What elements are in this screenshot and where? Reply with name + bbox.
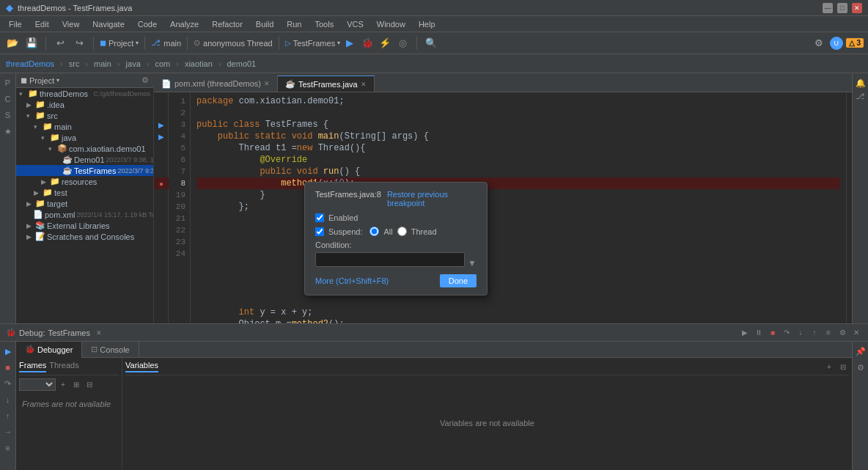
profile-button[interactable]: ◎ [394,35,411,51]
frames-copy-btn[interactable]: ⊟ [84,379,95,391]
more-link[interactable]: More (Ctrl+Shift+F8) [315,276,389,285]
right-scrollbar[interactable] [846,92,852,323]
project-panel-icon[interactable]: P [1,76,15,89]
tab-debugger[interactable]: 🐞 Debugger [16,342,82,358]
save-btn[interactable]: 💾 [23,35,40,51]
maximize-button[interactable]: □ [837,3,847,13]
gutter-8[interactable]: ● [154,177,169,189]
debug-step-over-btn[interactable]: ↷ [781,327,792,339]
settings-btn[interactable]: ⚙ [811,35,827,51]
frames-filter-btn[interactable]: ⊞ [70,379,82,391]
variables-tab[interactable]: Variables [125,361,158,372]
frames-add-btn[interactable]: + [57,379,69,391]
redo-btn[interactable]: ↪ [71,35,87,51]
debug-right-settings-icon[interactable]: ⚙ [854,361,867,374]
tree-item-resources[interactable]: ▶ 📁 resources [16,176,153,187]
suspend-checkbox[interactable] [315,227,324,236]
done-button[interactable]: Done [440,274,477,287]
debug-close-btn[interactable]: ✕ [850,327,862,339]
debug-step-into-btn[interactable]: ↓ [795,327,806,339]
tab-console[interactable]: ⊡ Console [82,342,139,358]
frames-filter-select[interactable] [19,378,56,391]
debug-evaluate-side-icon[interactable]: ≡ [1,441,15,455]
restore-breakpoint-link[interactable]: Restore previous breakpoint [387,190,477,208]
thread-label[interactable]: Thread [411,227,437,236]
tree-item-test[interactable]: ▶ 📁 test [16,187,153,198]
menu-file[interactable]: File [3,18,28,30]
testframes-tab-close[interactable]: ✕ [361,81,367,88]
search-everywhere-btn[interactable]: 🔍 [423,35,439,51]
gutter-3[interactable]: ▶ [154,119,169,131]
threads-tab[interactable]: Threads [49,361,78,372]
breadcrumb-main[interactable]: main [94,59,111,68]
tree-item-java[interactable]: ▾ 📁 java [16,132,153,143]
debug-out-side-icon[interactable]: ↑ [1,409,15,422]
menu-view[interactable]: View [56,18,86,30]
debug-run-button[interactable]: 🐞 [359,35,375,51]
tab-testframes-java[interactable]: ☕ TestFrames.java ✕ [278,76,375,92]
code-editor[interactable]: package com.xiaotian.demo01; public clas… [191,92,846,323]
menu-window[interactable]: Window [371,18,411,30]
breadcrumb-src[interactable]: src [69,59,80,68]
tree-item-target[interactable]: ▶ 📁 target [16,198,153,209]
coverage-button[interactable]: ⚡ [377,35,393,51]
breadcrumb-xiaotian[interactable]: xiaotian [185,59,213,68]
tree-item-package[interactable]: ▾ 📦 com.xiaotian.demo01 [16,143,153,154]
run-button[interactable]: ▶ [342,35,358,51]
menu-run[interactable]: Run [281,18,307,30]
breadcrumb-root[interactable]: threadDemos [6,59,54,68]
debug-step-out-btn[interactable]: ↑ [809,327,820,339]
tree-settings-icon[interactable]: ⚙ [141,76,149,85]
tree-item-main[interactable]: ▾ 📁 main [16,121,153,132]
debug-pause-btn[interactable]: ⏸ [753,327,765,339]
debug-resume-side-icon[interactable]: ▶ [1,345,15,358]
tree-item-idea[interactable]: ▶ 📁 .idea [16,99,153,110]
structure-panel-icon[interactable]: S [1,109,15,122]
menu-tools[interactable]: Tools [309,18,339,30]
menu-analyze[interactable]: Analyze [164,18,205,30]
pom-tab-close[interactable]: ✕ [264,80,270,87]
notifications-icon[interactable]: 🔔 [854,76,867,89]
debug-evaluate-btn[interactable]: ≡ [823,327,834,339]
var-filter-btn[interactable]: ⊟ [837,361,849,372]
minimize-button[interactable]: — [823,3,833,13]
menu-vcs[interactable]: VCS [341,18,369,30]
breadcrumb-demo01[interactable]: demo01 [227,59,256,68]
condition-expand-icon[interactable]: ▼ [468,258,477,268]
var-add-btn[interactable]: + [823,361,835,372]
tree-item-testframes[interactable]: ▶ ☕ TestFrames 2022/3/7 9:39, 572 B 2 mi… [16,165,153,176]
tree-item-ext-libs[interactable]: ▶ 📚 External Libraries [16,220,153,231]
tab-pom-xml[interactable]: 📄 pom.xml (threadDemos) ✕ [154,76,278,92]
suspend-thread-radio[interactable] [397,227,407,236]
menu-build[interactable]: Build [250,18,279,30]
debug-step-side-icon[interactable]: ↷ [1,377,15,390]
tree-item-demo01[interactable]: ▶ ☕ Demo01 2022/3/7 9:38, 1.08 kB 7 minu… [16,154,153,165]
condition-input[interactable] [315,252,465,267]
all-label[interactable]: All [383,227,392,236]
menu-code[interactable]: Code [132,18,163,30]
suspend-all-radio[interactable] [369,227,379,236]
tree-item-src[interactable]: ▾ 📁 src [16,110,153,121]
menu-navigate[interactable]: Navigate [87,18,130,30]
debug-session-close[interactable]: ✕ [96,329,102,337]
tree-item-pomxml[interactable]: ▶ 📄 pom.xml 2022/1/4 15:17, 1.19 kB Toda… [16,209,153,220]
suspend-label[interactable]: Suspend: [328,227,362,236]
debug-into-side-icon[interactable]: ↓ [1,393,15,406]
enabled-checkbox[interactable] [315,213,324,222]
menu-edit[interactable]: Edit [29,18,55,30]
tree-root[interactable]: ▾ 📁 threadDemos C:/git/threadDemos [16,88,153,99]
debug-run-cursor-icon[interactable]: → [1,425,15,438]
commit-panel-icon[interactable]: C [1,92,15,106]
git-icon[interactable]: ⎇ [854,89,867,103]
enabled-label[interactable]: Enabled [328,213,358,222]
breakpoint-8[interactable]: ● [159,180,163,188]
tree-item-scratches[interactable]: ▶ 📝 Scratches and Consoles [16,231,153,242]
undo-btn[interactable]: ↩ [52,35,68,51]
frames-tab[interactable]: Frames [19,361,46,372]
breadcrumb-java[interactable]: java [126,59,141,68]
close-button[interactable]: ✕ [852,3,862,13]
favorites-panel-icon[interactable]: ★ [1,125,15,138]
debug-resume-btn[interactable]: ▶ [739,327,751,339]
debug-right-pin-icon[interactable]: 📌 [854,345,867,358]
open-folder-btn[interactable]: 📂 [4,35,21,51]
